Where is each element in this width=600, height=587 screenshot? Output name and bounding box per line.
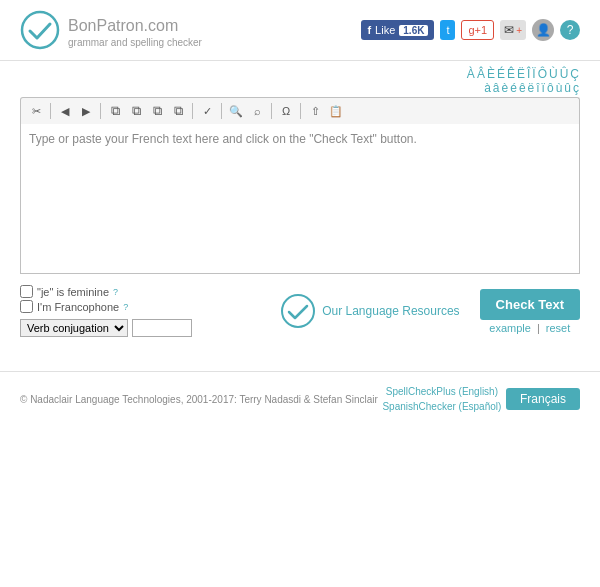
example-link[interactable]: example <box>489 322 531 334</box>
je-feminine-checkbox[interactable] <box>20 285 33 298</box>
toolbar-icon-omega[interactable]: Ω <box>277 102 295 120</box>
special-char-O-circ[interactable]: Ô <box>538 67 547 81</box>
francophone-checkbox[interactable] <box>20 300 33 313</box>
special-char-c-cedil[interactable]: ç <box>573 81 579 95</box>
special-char-A-circ[interactable]: Â <box>477 67 485 81</box>
toolbar-separator-1 <box>50 103 51 119</box>
twitter-button[interactable]: t <box>440 20 455 40</box>
toolbar-icon-search2[interactable]: ⌕ <box>248 102 266 120</box>
toolbar-separator-6 <box>300 103 301 119</box>
special-char-i-circ[interactable]: î <box>536 81 539 95</box>
special-char-u-circ[interactable]: û <box>564 81 571 95</box>
share-button[interactable]: ✉ + <box>500 20 526 40</box>
lang-resources-link[interactable]: Our Language Resources <box>322 304 459 318</box>
lang-resources-icon <box>280 293 316 329</box>
options-middle: Our Language Resources <box>260 293 479 329</box>
svg-point-1 <box>282 295 314 327</box>
special-char-U-circ[interactable]: Û <box>560 67 569 81</box>
verb-row: Verb conjugation <box>20 319 260 337</box>
twitter-icon: t <box>446 24 449 36</box>
example-reset-row: example | reset <box>489 322 570 334</box>
fb-count: 1.6K <box>399 25 428 36</box>
toolbar-icon-paste3[interactable]: ⧉ <box>169 102 187 120</box>
logo-area: BonPatron.com grammar and spelling check… <box>20 10 202 50</box>
je-feminine-tooltip[interactable]: ? <box>113 287 118 297</box>
options-right: Check Text example | reset <box>480 289 580 334</box>
footer-links: SpellCheckPlus (English) SpanishChecker … <box>382 384 501 414</box>
special-char-U-grave[interactable]: Ù <box>549 67 558 81</box>
toolbar-icon-copy[interactable]: ⧉ <box>106 102 124 120</box>
plus-icon: + <box>516 25 522 36</box>
special-char-a-grave[interactable]: à <box>484 81 491 95</box>
toolbar-icon-upload[interactable]: ⇧ <box>306 102 324 120</box>
footer-right: Français <box>506 388 580 410</box>
main-content: ✂ ◀ ▶ ⧉ ⧉ ⧉ ⧉ ✓ 🔍 ⌕ Ω ⇧ 📋 "je" is femini… <box>0 97 600 351</box>
french-text-input[interactable] <box>20 124 580 274</box>
logo-icon <box>20 10 60 50</box>
verb-conjugation-select[interactable]: Verb conjugation <box>20 319 128 337</box>
je-feminine-label[interactable]: "je" is feminine ? <box>20 285 260 298</box>
footer-copyright: © Nadaclair Language Technologies, 2001-… <box>20 394 378 405</box>
special-char-a-circ[interactable]: â <box>493 81 500 95</box>
francophone-tooltip[interactable]: ? <box>123 302 128 312</box>
toolbar-separator-4 <box>221 103 222 119</box>
gplus-label: g+1 <box>468 24 487 36</box>
options-row: "je" is feminine ? I'm Francophone ? Ver… <box>20 277 580 341</box>
special-char-E-acute[interactable]: É <box>497 67 505 81</box>
special-char-e-grave[interactable]: è <box>502 81 509 95</box>
francophone-label[interactable]: I'm Francophone ? <box>20 300 260 313</box>
toolbar-icon-spellcheck[interactable]: ✓ <box>198 102 216 120</box>
toolbar-separator-2 <box>100 103 101 119</box>
toolbar-icon-search[interactable]: 🔍 <box>227 102 245 120</box>
special-char-I-circ[interactable]: Î <box>527 67 530 81</box>
francais-button[interactable]: Français <box>506 388 580 410</box>
options-left: "je" is feminine ? I'm Francophone ? Ver… <box>20 285 260 337</box>
special-chars-row: ÀÂÈÉÊËÎÏÔÙÛÇ àâèéêëîïôùûç <box>0 61 600 97</box>
reset-link[interactable]: reset <box>546 322 570 334</box>
help-icon[interactable]: ? <box>560 20 580 40</box>
special-char-A-grave[interactable]: À <box>467 67 475 81</box>
toolbar-icon-undo[interactable]: ◀ <box>56 102 74 120</box>
special-char-i-uml[interactable]: ï <box>542 81 545 95</box>
toolbar-icon-paste[interactable]: ⧉ <box>127 102 145 120</box>
site-title: BonPatron.com <box>68 12 202 36</box>
special-char-e-uml[interactable]: ë <box>528 81 535 95</box>
site-subtitle: grammar and spelling checker <box>68 37 202 48</box>
toolbar-icon-redo[interactable]: ▶ <box>77 102 95 120</box>
fb-icon: f <box>367 24 371 36</box>
spanish-checker-link[interactable]: SpanishChecker (Español) <box>382 399 501 414</box>
special-char-E-uml[interactable]: Ë <box>517 67 525 81</box>
toolbar-icon-cut[interactable]: ✂ <box>27 102 45 120</box>
special-char-o-circ[interactable]: ô <box>547 81 554 95</box>
toolbar-icon-clipboard[interactable]: 📋 <box>327 102 345 120</box>
toolbar-separator-5 <box>271 103 272 119</box>
header: BonPatron.com grammar and spelling check… <box>0 0 600 61</box>
special-char-e-acute[interactable]: é <box>510 81 517 95</box>
toolbar-separator-3 <box>192 103 193 119</box>
special-char-e-circ[interactable]: ê <box>519 81 526 95</box>
editor-toolbar: ✂ ◀ ▶ ⧉ ⧉ ⧉ ⧉ ✓ 🔍 ⌕ Ω ⇧ 📋 <box>20 97 580 124</box>
svg-point-0 <box>22 12 58 48</box>
footer: © Nadaclair Language Technologies, 2001-… <box>0 371 600 426</box>
check-text-button[interactable]: Check Text <box>480 289 580 320</box>
facebook-like-button[interactable]: f Like 1.6K <box>361 20 434 40</box>
user-icon[interactable]: 👤 <box>532 19 554 41</box>
special-char-E-grave[interactable]: È <box>487 67 495 81</box>
envelope-icon: ✉ <box>504 23 514 37</box>
toolbar-icon-paste2[interactable]: ⧉ <box>148 102 166 120</box>
spellcheck-plus-link[interactable]: SpellCheckPlus (English) <box>382 384 501 399</box>
google-plus-button[interactable]: g+1 <box>461 20 494 40</box>
special-char-E-circ[interactable]: Ê <box>507 67 515 81</box>
header-right: f Like 1.6K t g+1 ✉ + 👤 ? <box>361 19 580 41</box>
special-char-I-uml[interactable]: Ï <box>532 67 535 81</box>
special-char-u-grave[interactable]: ù <box>556 81 563 95</box>
logo-text-area: BonPatron.com grammar and spelling check… <box>68 12 202 47</box>
special-char-C-cedil-cap[interactable]: Ç <box>570 67 579 81</box>
verb-input[interactable] <box>132 319 192 337</box>
